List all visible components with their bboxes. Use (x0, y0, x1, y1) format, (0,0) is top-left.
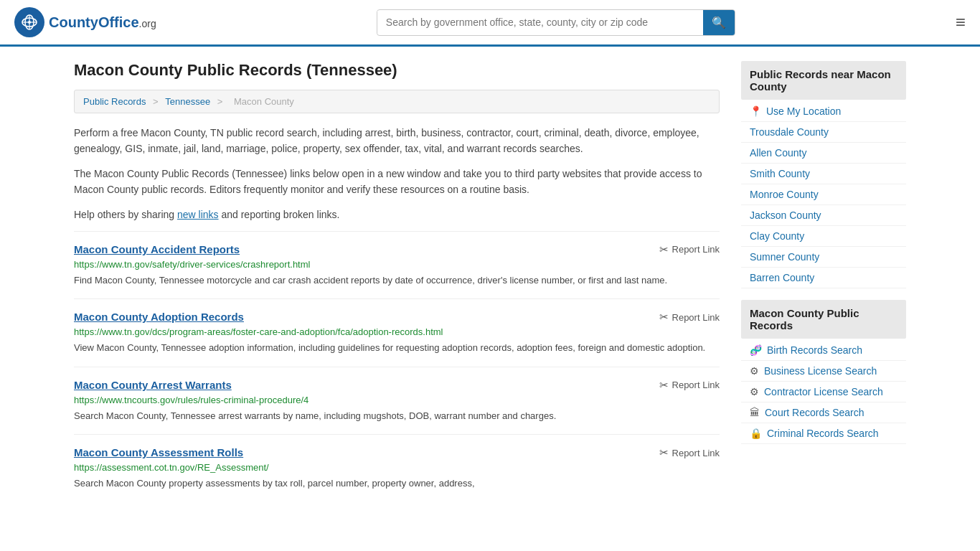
list-item: 🧬 Birth Records Search (741, 340, 906, 361)
contractor-license-icon: ⚙ (750, 386, 759, 397)
monroe-county-link[interactable]: Monroe County (750, 189, 819, 200)
criminal-records-link[interactable]: Criminal Records Search (767, 428, 879, 439)
list-item: Sumner County (741, 247, 906, 268)
report-icon: ✂ (659, 243, 669, 256)
report-icon: ✂ (659, 311, 669, 324)
record-title[interactable]: Macon County Assessment Rolls (74, 446, 243, 458)
record-desc: Search Macon County property assessments… (74, 476, 720, 491)
report-link-button[interactable]: ✂ Report Link (659, 446, 720, 459)
record-entry: Macon County Adoption Records ✂ Report L… (74, 298, 720, 367)
list-item: Monroe County (741, 184, 906, 205)
record-entry: Macon County Arrest Warrants ✂ Report Li… (74, 367, 720, 435)
list-item: 🏛 Court Records Search (741, 402, 906, 423)
record-url: https://www.tn.gov/safety/driver-service… (74, 259, 720, 270)
barren-county-link[interactable]: Barren County (750, 272, 814, 283)
record-entry: Macon County Accident Reports ✂ Report L… (74, 231, 720, 299)
record-url: https://www.tncourts.gov/rules/rules-cri… (74, 395, 720, 405)
breadcrumb-current: Macon County (234, 96, 294, 107)
court-records-link[interactable]: Court Records Search (765, 407, 864, 418)
search-button[interactable]: 🔍 (703, 10, 735, 35)
report-link-button[interactable]: ✂ Report Link (659, 243, 720, 256)
site-logo-text: CountyOffice.org (49, 14, 156, 31)
description-1: Perform a free Macon County, TN public r… (74, 125, 720, 157)
list-item: 🔒 Criminal Records Search (741, 423, 906, 444)
record-title[interactable]: Macon County Adoption Records (74, 311, 244, 323)
breadcrumb: Public Records > Tennessee > Macon Count… (74, 90, 720, 113)
use-my-location-link[interactable]: Use My Location (766, 105, 841, 117)
list-item: Jackson County (741, 205, 906, 226)
header: CountyOffice.org 🔍 ≡ (0, 0, 980, 47)
record-url: https://www.tn.gov/dcs/program-areas/fos… (74, 326, 720, 337)
list-item: Trousdale County (741, 122, 906, 143)
report-link-button[interactable]: ✂ Report Link (659, 379, 720, 392)
main-layout: Macon County Public Records (Tennessee) … (60, 47, 920, 517)
birth-records-link[interactable]: Birth Records Search (767, 344, 862, 356)
court-records-icon: 🏛 (750, 407, 760, 418)
list-item: Barren County (741, 268, 906, 288)
logo-icon (14, 7, 44, 37)
logo-area: CountyOffice.org (14, 7, 156, 37)
smith-county-link[interactable]: Smith County (750, 168, 810, 179)
business-license-icon: ⚙ (750, 365, 759, 377)
search-input[interactable] (377, 11, 703, 34)
description-2: The Macon County Public Records (Tenness… (74, 166, 720, 198)
list-item: Smith County (741, 164, 906, 184)
record-url: https://assessment.cot.tn.gov/RE_Assessm… (74, 462, 720, 473)
record-desc: Find Macon County, Tennessee motorcycle … (74, 273, 720, 288)
nearby-counties-list: 📍 Use My Location Trousdale County Allen… (741, 101, 906, 288)
sumner-county-link[interactable]: Sumner County (750, 251, 819, 263)
list-item: ⚙ Contractor License Search (741, 382, 906, 402)
page-title: Macon County Public Records (Tennessee) (74, 61, 720, 80)
public-records-list: 🧬 Birth Records Search ⚙ Business Licens… (741, 340, 906, 444)
public-records-header: Macon County Public Records (741, 300, 906, 339)
new-links-link[interactable]: new links (177, 209, 219, 220)
records-list: Macon County Accident Reports ✂ Report L… (74, 231, 720, 502)
description-3: Help others by sharing new links and rep… (74, 207, 720, 222)
record-title[interactable]: Macon County Accident Reports (74, 243, 240, 255)
business-license-link[interactable]: Business License Search (764, 365, 877, 377)
report-link-button[interactable]: ✂ Report Link (659, 311, 720, 324)
breadcrumb-public-records[interactable]: Public Records (83, 96, 146, 107)
breadcrumb-tennessee[interactable]: Tennessee (165, 96, 210, 107)
clay-county-link[interactable]: Clay County (750, 230, 804, 242)
search-bar: 🔍 (377, 9, 735, 36)
record-entry: Macon County Assessment Rolls ✂ Report L… (74, 434, 720, 502)
criminal-records-icon: 🔒 (750, 428, 762, 439)
sidebar: Public Records near Macon County 📍 Use M… (741, 61, 906, 502)
birth-records-icon: 🧬 (750, 344, 762, 356)
trousdale-county-link[interactable]: Trousdale County (750, 126, 829, 138)
report-icon: ✂ (659, 446, 669, 459)
report-icon: ✂ (659, 379, 669, 392)
list-item: ⚙ Business License Search (741, 361, 906, 382)
use-my-location-item[interactable]: 📍 Use My Location (741, 101, 906, 122)
list-item: Clay County (741, 226, 906, 247)
list-item: Allen County (741, 143, 906, 164)
menu-button[interactable]: ≡ (956, 14, 966, 31)
location-pin-icon: 📍 (750, 105, 762, 117)
record-desc: View Macon County, Tennessee adoption in… (74, 341, 720, 355)
record-desc: Search Macon County, Tennessee arrest wa… (74, 409, 720, 423)
content-area: Macon County Public Records (Tennessee) … (74, 61, 720, 502)
jackson-county-link[interactable]: Jackson County (750, 209, 821, 221)
record-title[interactable]: Macon County Arrest Warrants (74, 379, 232, 391)
allen-county-link[interactable]: Allen County (750, 147, 806, 159)
contractor-license-link[interactable]: Contractor License Search (764, 386, 883, 397)
nearby-header: Public Records near Macon County (741, 61, 906, 100)
